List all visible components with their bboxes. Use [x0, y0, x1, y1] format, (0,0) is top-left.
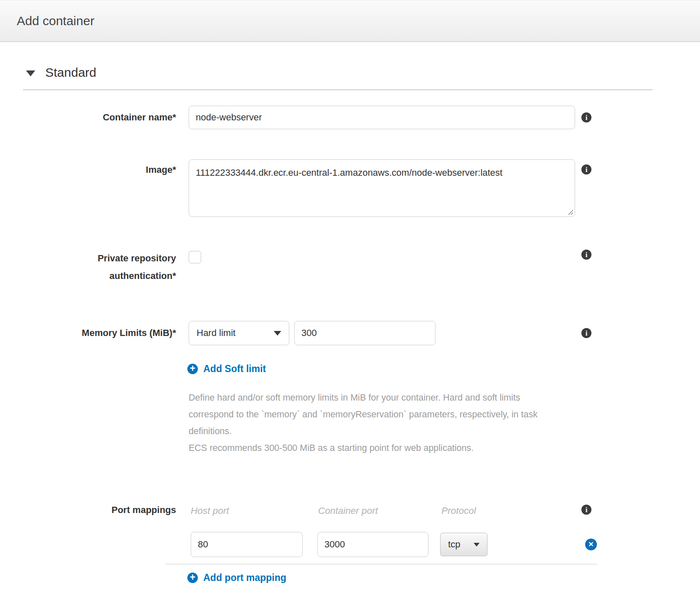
private-repo-label-line1: Private repository	[0, 250, 176, 267]
protocol-select[interactable]: tcp	[440, 533, 487, 556]
add-port-mapping-label: Add port mapping	[203, 572, 286, 583]
caret-down-icon	[26, 70, 35, 76]
memory-limit-value-input[interactable]	[294, 321, 436, 345]
port-row-divider	[166, 564, 597, 565]
image-input[interactable]: 111222333444.dkr.ecr.eu-central-1.amazon…	[189, 159, 575, 217]
info-icon[interactable]: i	[581, 505, 591, 515]
info-icon[interactable]: i	[581, 164, 591, 174]
host-port-input[interactable]	[191, 532, 303, 557]
image-label: Image*	[0, 164, 176, 175]
memory-help-paragraph-2: ECS recommends 300-500 MiB as a starting…	[189, 440, 566, 456]
private-repo-checkbox[interactable]	[189, 251, 201, 263]
protocol-column-header: Protocol	[441, 505, 476, 516]
caret-down-icon	[274, 331, 281, 336]
section-title: Standard	[45, 65, 96, 80]
protocol-value: tcp	[448, 539, 460, 550]
host-port-column-header: Host port	[191, 505, 229, 516]
modal-title: Add container	[17, 14, 94, 28]
section-standard-toggle[interactable]: Standard	[26, 65, 96, 80]
memory-help-text: Define hard and/or soft memory limits in…	[189, 389, 566, 456]
container-port-input[interactable]	[317, 532, 428, 557]
container-name-label: Container name*	[0, 106, 176, 129]
memory-limits-label: Memory Limits (MiB)*	[0, 321, 176, 345]
remove-port-mapping-button[interactable]: ✕	[585, 539, 597, 550]
plus-circle-icon: +	[187, 573, 198, 583]
section-divider	[23, 89, 653, 90]
memory-help-paragraph-1: Define hard and/or soft memory limits in…	[189, 389, 566, 440]
add-soft-limit-button[interactable]: + Add Soft limit	[187, 363, 266, 375]
memory-limit-type-value: Hard limit	[197, 328, 236, 339]
private-repo-label: Private repository authentication*	[0, 250, 176, 285]
port-mappings-label: Port mappings	[0, 505, 176, 516]
info-icon[interactable]: i	[581, 250, 591, 260]
container-name-input[interactable]	[189, 106, 575, 129]
plus-circle-icon: +	[187, 364, 198, 374]
private-repo-label-line2: authentication*	[0, 267, 176, 285]
add-port-mapping-button[interactable]: + Add port mapping	[187, 572, 286, 583]
add-container-modal: Add container Standard Container name* i…	[0, 0, 700, 599]
info-icon[interactable]: i	[581, 328, 591, 338]
modal-header: Add container	[0, 0, 700, 42]
caret-down-icon	[474, 543, 480, 547]
container-port-column-header: Container port	[318, 505, 378, 516]
memory-limit-type-select[interactable]: Hard limit	[189, 321, 289, 345]
info-icon[interactable]: i	[581, 112, 591, 122]
add-soft-limit-label: Add Soft limit	[203, 363, 266, 375]
